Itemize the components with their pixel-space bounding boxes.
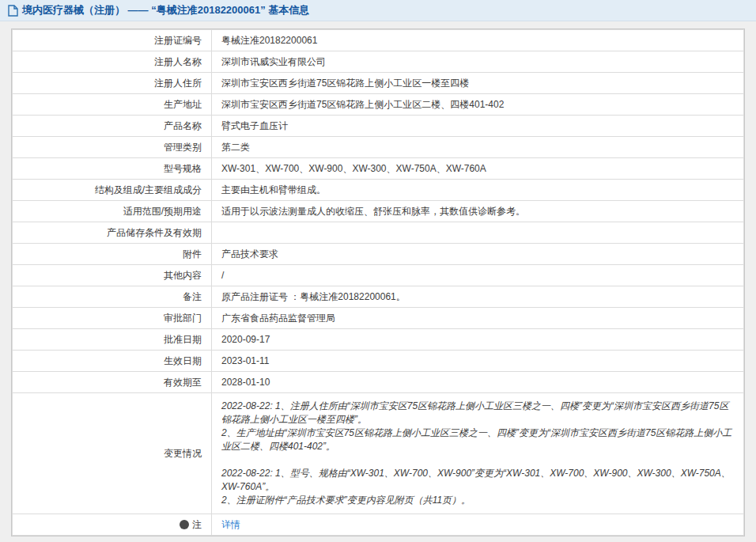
field-value: 2023-01-11 xyxy=(212,351,744,372)
table-row: 有效期至 2028-01-10 xyxy=(13,372,744,393)
field-value: XW-301、XW-700、XW-900、XW-300、XW-750A、XW-7… xyxy=(212,158,744,180)
field-label: 附件 xyxy=(13,244,212,265)
field-value: 2022-08-22: 1、注册人住所由“深圳市宝安区75区锦花路上侧小工业区三… xyxy=(212,393,744,514)
info-table-body: 注册证编号 粤械注准20182200061 注册人名称 深圳市讯威实业有限公司 … xyxy=(13,30,744,536)
field-label: 生产地址 xyxy=(13,94,212,116)
table-row: 生效日期 2023-01-11 xyxy=(13,351,744,372)
note-icon xyxy=(180,520,189,529)
field-value: 粤械注准20182200061 xyxy=(212,30,744,51)
field-value: 2020-09-17 xyxy=(212,329,744,351)
detail-link[interactable]: 详情 xyxy=(221,519,240,530)
field-value: 产品技术要求 xyxy=(212,244,744,265)
table-row: 型号规格 XW-301、XW-700、XW-900、XW-300、XW-750A… xyxy=(13,158,744,180)
table-row: 备注 原产品注册证号 ：粤械注准20182200061。 xyxy=(13,286,744,308)
field-value: 臂式电子血压计 xyxy=(212,116,744,137)
field-label: 型号规格 xyxy=(13,158,212,180)
field-value: 深圳市讯威实业有限公司 xyxy=(212,51,744,73)
table-row: 注册人住所 深圳市宝安区西乡街道75区锦花路上侧小工业区一楼至四楼 xyxy=(13,73,744,94)
table-row: 适用范围/预期用途 适用于以示波法测量成人的收缩压、舒张压和脉率，其数值供诊断参… xyxy=(13,201,744,222)
table-row: 管理类别 第二类 xyxy=(13,137,744,158)
field-value xyxy=(212,222,744,244)
table-row: 产品储存条件及有效期 xyxy=(13,222,744,244)
field-value: / xyxy=(212,265,744,286)
field-label: 注册证编号 xyxy=(13,30,212,51)
field-value: 广东省食品药品监督管理局 xyxy=(212,308,744,329)
field-label: 适用范围/预期用途 xyxy=(13,201,212,222)
field-label: 注 xyxy=(13,514,212,536)
table-row: 生产地址 深圳市宝安区西乡街道75区锦花路上侧小工业区二楼、四楼401-402 xyxy=(13,94,744,116)
field-value: 适用于以示波法测量成人的收缩压、舒张压和脉率，其数值供诊断参考。 xyxy=(212,201,744,222)
field-label: 产品名称 xyxy=(13,116,212,137)
field-value: 详情 xyxy=(212,514,744,536)
document-icon xyxy=(8,5,18,17)
field-value: 原产品注册证号 ：粤械注准20182200061。 xyxy=(212,286,744,308)
field-value: 第二类 xyxy=(212,137,744,158)
header-bar: 境内医疗器械（注册） —— “粤械注准20182200061” 基本信息 xyxy=(0,0,756,21)
field-label: 结构及组成/主要组成成分 xyxy=(13,180,212,201)
field-value: 深圳市宝安区西乡街道75区锦花路上侧小工业区二楼、四楼401-402 xyxy=(212,94,744,116)
field-label: 管理类别 xyxy=(13,137,212,158)
table-row: 审批部门 广东省食品药品监督管理局 xyxy=(13,308,744,329)
field-label: 备注 xyxy=(13,286,212,308)
table-row: 结构及组成/主要组成成分 主要由主机和臂带组成。 xyxy=(13,180,744,201)
field-label: 其他内容 xyxy=(13,265,212,286)
registration-info-table: 注册证编号 粤械注准20182200061 注册人名称 深圳市讯威实业有限公司 … xyxy=(11,28,745,536)
field-label: 变更情况 xyxy=(13,393,212,514)
field-label: 注册人名称 xyxy=(13,51,212,73)
field-label: 批准日期 xyxy=(13,329,212,351)
table-row: 产品名称 臂式电子血压计 xyxy=(13,116,744,137)
table-row: 注册证编号 粤械注准20182200061 xyxy=(13,30,744,51)
page-title: 境内医疗器械（注册） —— “粤械注准20182200061” 基本信息 xyxy=(22,3,309,17)
table-row: 附件 产品技术要求 xyxy=(13,244,744,265)
field-label: 生效日期 xyxy=(13,351,212,372)
field-label: 有效期至 xyxy=(13,372,212,393)
field-label: 审批部门 xyxy=(13,308,212,329)
field-value: 深圳市宝安区西乡街道75区锦花路上侧小工业区一楼至四楼 xyxy=(212,73,744,94)
table-row: 其他内容 / xyxy=(13,265,744,286)
field-label: 产品储存条件及有效期 xyxy=(13,222,212,244)
table-row: 注 详情 xyxy=(13,514,744,536)
field-value: 2028-01-10 xyxy=(212,372,744,393)
field-label: 注册人住所 xyxy=(13,73,212,94)
table-row: 注册人名称 深圳市讯威实业有限公司 xyxy=(13,51,744,73)
field-value: 主要由主机和臂带组成。 xyxy=(212,180,744,201)
table-row: 批准日期 2020-09-17 xyxy=(13,329,744,351)
table-row: 变更情况 2022-08-22: 1、注册人住所由“深圳市宝安区75区锦花路上侧… xyxy=(13,393,744,514)
